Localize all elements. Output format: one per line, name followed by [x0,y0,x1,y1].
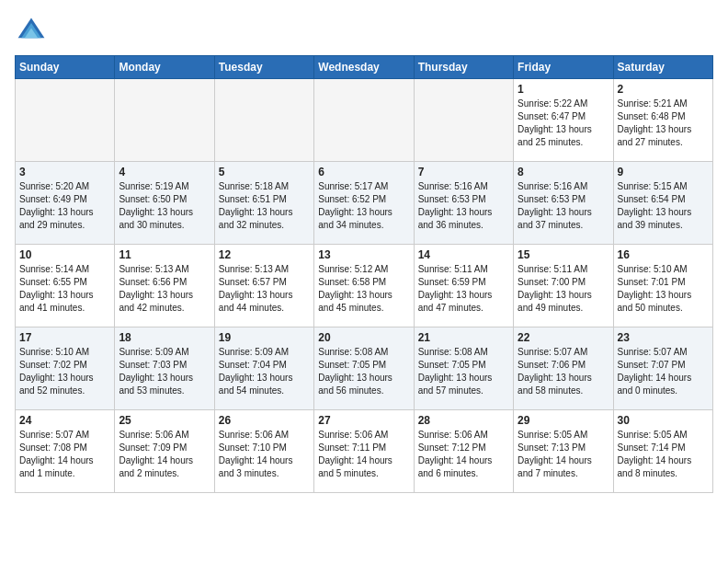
calendar-cell [214,79,313,162]
day-number: 15 [518,248,609,261]
day-info: Sunrise: 5:21 AM Sunset: 6:48 PM Dayligh… [618,98,709,149]
calendar-cell [314,79,414,162]
weekday-header-monday: Monday [115,56,214,79]
day-number: 19 [219,331,310,344]
weekday-header-sunday: Sunday [16,56,115,79]
day-info: Sunrise: 5:20 AM Sunset: 6:49 PM Dayligh… [19,180,110,232]
calendar-cell: 17Sunrise: 5:10 AM Sunset: 7:02 PM Dayli… [16,327,115,410]
calendar-cell: 15Sunrise: 5:11 AM Sunset: 7:00 PM Dayli… [514,245,613,327]
calendar-week-5: 24Sunrise: 5:07 AM Sunset: 7:08 PM Dayli… [16,410,713,493]
day-info: Sunrise: 5:14 AM Sunset: 6:55 PM Dayligh… [19,263,110,315]
page-header [15,15,713,48]
day-number: 1 [518,83,609,96]
day-number: 4 [119,166,210,178]
day-info: Sunrise: 5:07 AM Sunset: 7:07 PM Dayligh… [618,346,709,397]
calendar-week-3: 10Sunrise: 5:14 AM Sunset: 6:55 PM Dayli… [16,245,713,327]
day-number: 22 [518,331,609,344]
day-number: 7 [418,166,509,178]
day-number: 30 [618,414,709,427]
calendar-cell: 12Sunrise: 5:13 AM Sunset: 6:57 PM Dayli… [214,245,313,327]
calendar-cell: 20Sunrise: 5:08 AM Sunset: 7:05 PM Dayli… [314,327,414,410]
weekday-header-tuesday: Tuesday [214,56,313,79]
calendar-cell: 21Sunrise: 5:08 AM Sunset: 7:05 PM Dayli… [414,327,513,410]
day-number: 21 [418,331,509,344]
calendar-table: SundayMondayTuesdayWednesdayThursdayFrid… [15,55,713,493]
day-info: Sunrise: 5:12 AM Sunset: 6:58 PM Dayligh… [318,263,409,315]
day-info: Sunrise: 5:06 AM Sunset: 7:11 PM Dayligh… [318,429,409,480]
weekday-header-row: SundayMondayTuesdayWednesdayThursdayFrid… [16,56,713,79]
day-info: Sunrise: 5:15 AM Sunset: 6:54 PM Dayligh… [618,180,709,232]
day-info: Sunrise: 5:05 AM Sunset: 7:13 PM Dayligh… [518,429,609,480]
calendar-cell: 26Sunrise: 5:06 AM Sunset: 7:10 PM Dayli… [214,410,313,493]
calendar-cell: 24Sunrise: 5:07 AM Sunset: 7:08 PM Dayli… [16,410,115,493]
day-number: 8 [518,166,609,178]
day-number: 3 [19,166,110,178]
day-info: Sunrise: 5:09 AM Sunset: 7:03 PM Dayligh… [119,346,210,397]
calendar-cell: 11Sunrise: 5:13 AM Sunset: 6:56 PM Dayli… [115,245,214,327]
day-info: Sunrise: 5:10 AM Sunset: 7:02 PM Dayligh… [19,346,110,397]
logo-icon [15,15,48,48]
day-info: Sunrise: 5:10 AM Sunset: 7:01 PM Dayligh… [618,263,709,315]
calendar-cell: 7Sunrise: 5:16 AM Sunset: 6:53 PM Daylig… [414,162,513,245]
day-info: Sunrise: 5:06 AM Sunset: 7:12 PM Dayligh… [418,429,509,480]
day-number: 25 [119,414,210,427]
calendar-cell [414,79,513,162]
calendar-cell: 22Sunrise: 5:07 AM Sunset: 7:06 PM Dayli… [514,327,613,410]
day-info: Sunrise: 5:05 AM Sunset: 7:14 PM Dayligh… [618,429,709,480]
day-info: Sunrise: 5:11 AM Sunset: 6:59 PM Dayligh… [418,263,509,315]
day-info: Sunrise: 5:06 AM Sunset: 7:10 PM Dayligh… [219,429,310,480]
day-number: 28 [418,414,509,427]
weekday-header-wednesday: Wednesday [314,56,414,79]
day-info: Sunrise: 5:06 AM Sunset: 7:09 PM Dayligh… [119,429,210,480]
day-number: 5 [219,166,310,178]
day-number: 24 [19,414,110,427]
weekday-header-friday: Friday [514,56,613,79]
calendar-cell: 23Sunrise: 5:07 AM Sunset: 7:07 PM Dayli… [613,327,712,410]
day-number: 11 [119,248,210,261]
day-number: 23 [618,331,709,344]
calendar-cell: 10Sunrise: 5:14 AM Sunset: 6:55 PM Dayli… [16,245,115,327]
day-number: 2 [618,83,709,96]
calendar-cell: 3Sunrise: 5:20 AM Sunset: 6:49 PM Daylig… [16,162,115,245]
calendar-cell: 6Sunrise: 5:17 AM Sunset: 6:52 PM Daylig… [314,162,414,245]
calendar-cell: 5Sunrise: 5:18 AM Sunset: 6:51 PM Daylig… [214,162,313,245]
day-info: Sunrise: 5:16 AM Sunset: 6:53 PM Dayligh… [418,180,509,232]
day-number: 27 [318,414,409,427]
day-number: 6 [318,166,409,178]
day-info: Sunrise: 5:09 AM Sunset: 7:04 PM Dayligh… [219,346,310,397]
calendar-cell: 28Sunrise: 5:06 AM Sunset: 7:12 PM Dayli… [414,410,513,493]
day-number: 13 [318,248,409,261]
day-info: Sunrise: 5:07 AM Sunset: 7:08 PM Dayligh… [19,429,110,480]
day-info: Sunrise: 5:17 AM Sunset: 6:52 PM Dayligh… [318,180,409,232]
calendar-cell: 30Sunrise: 5:05 AM Sunset: 7:14 PM Dayli… [613,410,712,493]
calendar-cell: 9Sunrise: 5:15 AM Sunset: 6:54 PM Daylig… [613,162,712,245]
calendar-cell: 4Sunrise: 5:19 AM Sunset: 6:50 PM Daylig… [115,162,214,245]
calendar-cell: 2Sunrise: 5:21 AM Sunset: 6:48 PM Daylig… [613,79,712,162]
day-number: 26 [219,414,310,427]
calendar-cell [16,79,115,162]
day-info: Sunrise: 5:07 AM Sunset: 7:06 PM Dayligh… [518,346,609,397]
day-info: Sunrise: 5:13 AM Sunset: 6:56 PM Dayligh… [119,263,210,315]
calendar-cell [115,79,214,162]
weekday-header-saturday: Saturday [613,56,712,79]
calendar-cell: 19Sunrise: 5:09 AM Sunset: 7:04 PM Dayli… [214,327,313,410]
day-number: 20 [318,331,409,344]
calendar-week-2: 3Sunrise: 5:20 AM Sunset: 6:49 PM Daylig… [16,162,713,245]
day-number: 18 [119,331,210,344]
day-number: 17 [19,331,110,344]
day-info: Sunrise: 5:22 AM Sunset: 6:47 PM Dayligh… [518,98,609,149]
day-info: Sunrise: 5:08 AM Sunset: 7:05 PM Dayligh… [418,346,509,397]
calendar-week-1: 1Sunrise: 5:22 AM Sunset: 6:47 PM Daylig… [16,79,713,162]
day-info: Sunrise: 5:08 AM Sunset: 7:05 PM Dayligh… [318,346,409,397]
logo [15,15,51,48]
calendar-cell: 13Sunrise: 5:12 AM Sunset: 6:58 PM Dayli… [314,245,414,327]
day-number: 12 [219,248,310,261]
day-info: Sunrise: 5:16 AM Sunset: 6:53 PM Dayligh… [518,180,609,232]
calendar-cell: 18Sunrise: 5:09 AM Sunset: 7:03 PM Dayli… [115,327,214,410]
calendar-cell: 8Sunrise: 5:16 AM Sunset: 6:53 PM Daylig… [514,162,613,245]
day-info: Sunrise: 5:19 AM Sunset: 6:50 PM Dayligh… [119,180,210,232]
day-number: 10 [19,248,110,261]
day-number: 16 [618,248,709,261]
weekday-header-thursday: Thursday [414,56,513,79]
day-number: 29 [518,414,609,427]
